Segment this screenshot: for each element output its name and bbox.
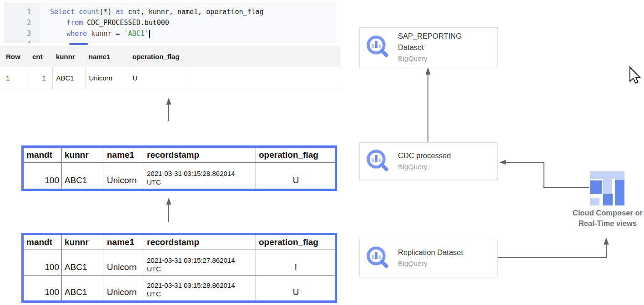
table-header-row: Rowcntkunnrname1operation_flag	[0, 46, 340, 67]
code-token: =	[111, 30, 124, 38]
table-row: 100ABC1Unicorn2021-03-31 03:15:27.862014…	[23, 250, 336, 276]
cell: Unicorn	[85, 67, 129, 89]
line-number: 1	[4, 6, 40, 17]
arrowhead-up-icon	[166, 98, 171, 105]
column-header: mandt	[23, 147, 62, 163]
composer-block	[603, 179, 612, 194]
arrowhead-up-icon	[604, 237, 609, 245]
composer-block	[603, 194, 613, 205]
column-header: Row	[0, 46, 29, 67]
table-row: 11ABC1UnicornU	[0, 67, 340, 89]
arrow-replication-card-to-composer	[497, 241, 606, 257]
code-line: where kunnr = 'ABC1'	[50, 28, 337, 39]
tab-indicator	[69, 43, 88, 45]
card-subtitle: BigQuery	[398, 161, 451, 172]
column-header: operation_flag	[256, 147, 336, 163]
cell: ABC1	[52, 67, 85, 89]
code-token: (*)	[99, 8, 116, 16]
cloud-composer-icon	[589, 171, 625, 206]
column-header: kunnr	[62, 234, 104, 250]
line-number: 3	[4, 28, 40, 39]
bigquery-icon	[365, 245, 392, 271]
code-token: as	[116, 8, 124, 16]
text-caret	[149, 30, 150, 38]
card-subtitle: BigQuery	[398, 258, 463, 269]
column-header: kunnr	[52, 46, 85, 67]
cell: Unicorn	[104, 276, 144, 302]
diagram-canvas: 1234 Select count(*) as cnt, kunnr, name…	[0, 0, 644, 305]
code-token: CDC_PROCESSED.but000	[83, 19, 169, 27]
code-token	[87, 30, 91, 38]
cell: 2021-03-31 03:15:28.862014 UTC	[144, 163, 256, 190]
cell: 100	[23, 163, 62, 190]
column-header: recordstamp	[144, 147, 256, 163]
column-header: name1	[104, 234, 144, 250]
card-replication-dataset: Replication Dataset BigQuery	[359, 239, 498, 277]
code-token	[50, 19, 66, 27]
arrowhead-up-icon	[166, 198, 171, 205]
composer-block	[590, 180, 602, 194]
table-header-row: mandtkunnrname1recordstampoperation_flag	[23, 234, 336, 250]
code-line: from CDC_PROCESSED.but000	[50, 17, 337, 28]
cdc-table-header: mandtkunnrname1recordstampoperation_flag	[23, 147, 336, 163]
results-body: 11ABC1UnicornU	[0, 67, 340, 89]
cell: ABC1	[62, 276, 104, 302]
code-token: kunnr	[91, 30, 111, 38]
column-header-filler	[188, 46, 340, 67]
cdc-table-body: 100ABC1Unicorn2021-03-31 03:15:28.862014…	[23, 163, 336, 190]
line-number: 4	[4, 39, 40, 43]
arrowhead-left-icon	[499, 160, 506, 165]
card-cdc-processed: CDC processed BigQuery	[359, 142, 498, 180]
table-row: 100ABC1Unicorn2021-03-31 03:15:28.862014…	[23, 276, 336, 302]
column-header: name1	[104, 147, 144, 163]
cell: U	[256, 276, 336, 302]
card-sap-reporting-dataset: SAP_REPORTING Dataset BigQuery	[359, 27, 498, 67]
results-header: Rowcntkunnrname1operation_flag	[0, 46, 340, 67]
column-header: operation_flag	[256, 234, 336, 250]
column-header: cnt	[29, 46, 52, 67]
cell-filler	[188, 67, 340, 89]
card-title: Replication Dataset	[398, 247, 463, 258]
table-header-row: mandtkunnrname1recordstampoperation_flag	[23, 147, 336, 163]
code-token: 'ABC1'	[124, 30, 149, 38]
cell: ABC1	[62, 250, 104, 276]
sql-editor[interactable]: 1234 Select count(*) as cnt, kunnr, name…	[4, 3, 337, 43]
cell: Unicorn	[104, 163, 144, 190]
table-row: 100ABC1Unicorn2021-03-31 03:15:28.862014…	[23, 163, 336, 190]
cell: 100	[23, 250, 62, 276]
replication-table-header: mandtkunnrname1recordstampoperation_flag	[23, 234, 336, 250]
query-results-table: Rowcntkunnrname1operation_flag 11ABC1Uni…	[0, 46, 340, 89]
cell: 2021-03-31 03:15:27.862014 UTC	[144, 250, 256, 276]
bigquery-icon	[365, 34, 392, 60]
cell: ABC1	[62, 163, 104, 190]
cdc-processed-table: mandtkunnrname1recordstampoperation_flag…	[21, 145, 337, 191]
cell: U	[256, 163, 336, 190]
cell: 2021-03-31 03:15:28.862014 UTC	[144, 276, 256, 302]
replication-table-body: 100ABC1Unicorn2021-03-31 03:15:27.862014…	[23, 250, 336, 302]
cell: 1	[29, 67, 52, 89]
card-title: SAP_REPORTING Dataset	[398, 30, 462, 53]
column-header: mandt	[23, 234, 62, 250]
column-header: name1	[85, 46, 129, 67]
editor-line-numbers: 1234	[4, 3, 40, 43]
code-line: Select count(*) as cnt, kunnr, name1, op…	[50, 6, 337, 17]
code-token: count	[79, 8, 99, 16]
card-subtitle: BigQuery	[398, 53, 462, 64]
composer-block	[590, 198, 599, 205]
cell: U	[129, 67, 188, 89]
card-title: CDC processed	[398, 150, 451, 161]
cell: I	[256, 250, 336, 276]
mouse-cursor-icon	[629, 66, 642, 86]
code-token: where	[66, 30, 87, 38]
editor-code-area[interactable]: Select count(*) as cnt, kunnr, name1, op…	[40, 3, 337, 43]
composer-label: Cloud Composer or Real-Time views	[564, 208, 644, 229]
code-token: Select	[50, 8, 79, 16]
column-header: recordstamp	[144, 234, 256, 250]
bigquery-icon	[365, 148, 392, 175]
code-token	[50, 30, 66, 38]
composer-block	[590, 171, 624, 179]
arrowhead-up-icon	[426, 67, 431, 75]
cell: Unicorn	[104, 250, 144, 276]
column-header: operation_flag	[129, 46, 188, 67]
code-token: from	[66, 19, 83, 27]
